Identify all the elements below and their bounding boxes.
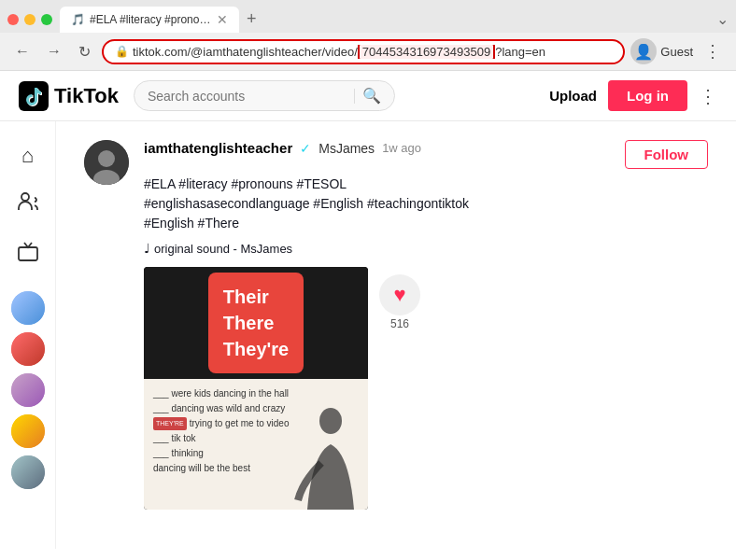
svg-point-1 [21,193,29,201]
address-bar[interactable]: 🔒 tiktok.com/@iamthatenglishteacher/vide… [102,39,625,64]
close-window-button[interactable] [7,14,19,25]
video-text-4: ___ tik tok [153,431,289,446]
post-author-avatar[interactable] [84,140,129,185]
card-line1: Their [223,284,289,310]
sidebar-item-live[interactable] [9,233,47,276]
live-icon [17,241,39,269]
post-content: iamthatenglishteacher ✓ MsJames 1w ago F… [144,140,708,510]
refresh-button[interactable]: ↻ [73,41,96,63]
video-thumbnail[interactable]: Their There They're ___ were kids dancin… [144,267,368,510]
svg-point-6 [319,408,342,434]
video-text-3: trying to get me to video [190,416,290,431]
login-button[interactable]: Log in [608,80,687,111]
browser-tab[interactable]: 🎵 #ELA #literacy #pronouns #TE... ✕ [60,7,239,33]
tiktok-brand-name: TikTok [54,84,119,108]
tiktok-app: TikTok 🔍 Upload Log in ⋮ ⌂ [0,71,736,549]
sidebar-avatar-3[interactable] [11,373,45,407]
search-input[interactable] [148,89,347,104]
tab-close-button[interactable]: ✕ [217,12,228,27]
browser-maximize-button[interactable]: ⌄ [716,10,729,28]
post-sound[interactable]: ♩ original sound - MsJames [144,241,708,256]
tiktok-header: TikTok 🔍 Upload Log in ⋮ [0,71,736,121]
video-card: Their There They're [208,273,304,373]
header-more-button[interactable]: ⋮ [699,85,717,107]
music-note-icon: ♩ [144,241,150,256]
sidebar-avatars [11,291,45,489]
back-button[interactable]: ← [9,41,35,62]
address-bar-row: ← → ↻ 🔒 tiktok.com/@iamthatenglishteache… [0,33,736,70]
theyre-badge: THEY'RE [153,417,187,429]
home-icon: ⌂ [21,144,34,168]
card-line2: There [223,310,289,336]
sidebar-avatar-5[interactable] [11,455,45,489]
search-icon[interactable]: 🔍 [362,87,381,105]
new-tab-button[interactable]: + [239,6,264,33]
maximize-window-button[interactable] [41,14,52,25]
address-url: tiktok.com/@iamthatenglishteacher/video/… [133,45,612,59]
profile-avatar: 👤 [630,38,657,64]
like-count: 516 [390,317,409,330]
profile-button[interactable]: 👤 Guest [630,38,693,64]
tab-title: #ELA #literacy #pronouns #TE... [90,13,211,26]
friends-icon [17,190,39,218]
post-author-info: iamthatenglishteacher ✓ MsJames 1w ago [144,140,421,156]
tiktok-logo-icon [19,81,49,111]
post-desc-line1: #ELA #literacy #pronouns #TESOL [144,175,708,194]
video-text-6: dancing will be the best [153,461,289,476]
svg-rect-2 [19,247,37,260]
url-highlight: 7044534316973493509 [358,45,495,59]
video-container: Their There They're ___ were kids dancin… [144,267,708,510]
profile-label: Guest [660,45,693,59]
post-header: iamthatenglishteacher ✓ MsJames 1w ago F… [144,140,708,169]
search-bar[interactable]: 🔍 [134,80,395,111]
interaction-buttons: ♥ 516 [379,267,420,330]
post-username[interactable]: iamthatenglishteacher [144,140,292,156]
follow-button[interactable]: Follow [625,140,709,169]
card-line3: They're [223,336,289,362]
minimize-window-button[interactable] [24,14,35,25]
video-text-3-row: THEY'RE trying to get me to video [153,416,289,431]
like-button-group: ♥ 516 [379,274,420,330]
sidebar: ⌂ [0,121,56,549]
tab-favicon: 🎵 [71,13,84,26]
lock-icon: 🔒 [115,45,129,58]
sidebar-avatar-2[interactable] [11,332,45,366]
search-divider [354,89,355,104]
video-text-5: ___ thinking [153,446,289,461]
upload-button[interactable]: Upload [549,88,597,104]
video-text-overlay: ___ were kids dancing in the hall ___ da… [153,386,289,476]
post-time: 1w ago [382,141,421,155]
verified-badge: ✓ [300,141,311,156]
video-bottom-section: ___ were kids dancing in the hall ___ da… [144,379,368,510]
sidebar-avatar-4[interactable] [11,414,45,448]
post-description: #ELA #literacy #pronouns #TESOL #english… [144,175,708,233]
heart-icon: ♥ [393,283,405,307]
main-layout: ⌂ [0,121,736,549]
post-display-name: MsJames [318,141,375,156]
video-text-2: ___ dancing was wild and crazy [153,401,289,416]
video-post: iamthatenglishteacher ✓ MsJames 1w ago F… [84,140,708,510]
content-area: iamthatenglishteacher ✓ MsJames 1w ago F… [56,121,736,549]
header-actions: Upload Log in ⋮ [549,80,717,111]
svg-rect-0 [19,81,49,111]
svg-point-4 [98,150,115,167]
person-silhouette [293,398,368,510]
post-desc-line3: #English #There [144,214,708,233]
like-button[interactable]: ♥ [379,274,420,315]
post-sound-label: original sound - MsJames [154,242,292,256]
sidebar-item-friends[interactable] [9,183,47,226]
sidebar-item-home[interactable]: ⌂ [14,136,41,175]
post-desc-line2: #englishasasecondlanguage #English #teac… [144,194,708,214]
tiktok-logo: TikTok [19,81,119,111]
video-text-1: ___ were kids dancing in the hall [153,386,289,401]
browser-more-button[interactable]: ⋮ [699,39,727,63]
video-top-section: Their There They're [144,267,368,379]
forward-button[interactable]: → [41,41,67,62]
sidebar-avatar-1[interactable] [11,291,45,325]
